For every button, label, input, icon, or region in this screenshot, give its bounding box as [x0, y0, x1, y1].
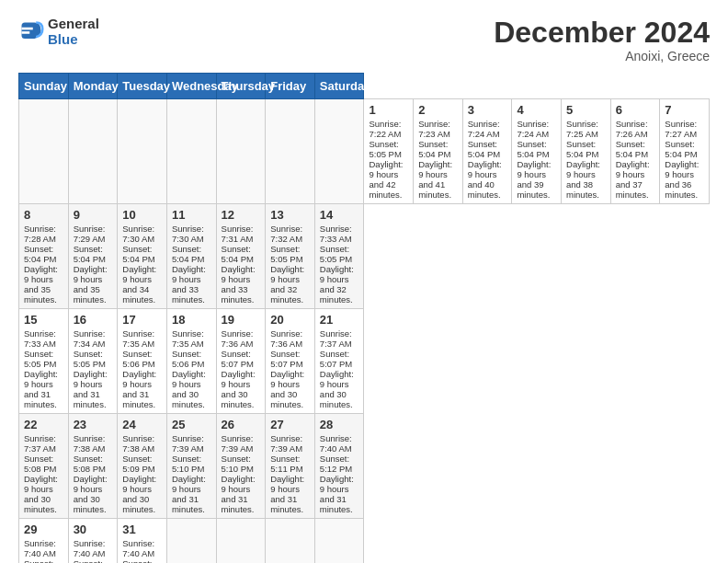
daylight-text: Daylight: 9 hours and 31 minutes. — [24, 369, 58, 409]
daylight-text: Daylight: 9 hours and 31 minutes. — [172, 474, 206, 514]
sunrise-text: Sunrise: 7:36 AM — [270, 328, 302, 349]
day-cell — [19, 99, 69, 204]
daylight-text: Daylight: 9 hours and 39 minutes. — [517, 159, 551, 200]
sunrise-text: Sunrise: 7:24 AM — [517, 119, 549, 139]
day-number: 16 — [74, 313, 113, 327]
sunrise-text: Sunrise: 7:23 AM — [418, 119, 450, 139]
day-number: 9 — [74, 208, 113, 222]
day-cell: 20Sunrise: 7:36 AMSunset: 5:07 PMDayligh… — [266, 309, 315, 414]
sunset-text: Sunset: 5:13 PM — [74, 558, 106, 563]
day-cell: 27Sunrise: 7:39 AMSunset: 5:11 PMDayligh… — [266, 414, 315, 519]
week-row: 1Sunrise: 7:22 AMSunset: 5:05 PMDaylight… — [19, 99, 710, 204]
daylight-text: Daylight: 9 hours and 30 minutes. — [270, 369, 304, 409]
day-number: 15 — [24, 313, 63, 327]
sunrise-text: Sunrise: 7:36 AM — [222, 328, 254, 349]
sunrise-text: Sunrise: 7:28 AM — [24, 224, 56, 244]
day-number: 21 — [320, 313, 359, 327]
sunset-text: Sunset: 5:10 PM — [222, 454, 254, 474]
day-number: 4 — [517, 103, 556, 117]
day-cell: 6Sunrise: 7:26 AMSunset: 5:04 PMDaylight… — [610, 99, 660, 204]
col-monday: Monday — [68, 74, 118, 99]
sunset-text: Sunset: 5:05 PM — [24, 349, 56, 369]
week-row: 15Sunrise: 7:33 AMSunset: 5:05 PMDayligh… — [19, 309, 710, 414]
daylight-text: Daylight: 9 hours and 31 minutes. — [74, 369, 108, 409]
day-number: 19 — [222, 313, 261, 327]
daylight-text: Daylight: 9 hours and 35 minutes. — [74, 264, 108, 304]
day-cell: 4Sunrise: 7:24 AMSunset: 5:04 PMDaylight… — [512, 99, 562, 204]
sunrise-text: Sunrise: 7:40 AM — [74, 538, 106, 558]
day-cell — [266, 519, 315, 563]
week-row: 22Sunrise: 7:37 AMSunset: 5:08 PMDayligh… — [19, 414, 710, 519]
col-friday: Friday — [266, 74, 315, 99]
sunset-text: Sunset: 5:04 PM — [222, 244, 254, 264]
day-cell: 5Sunrise: 7:25 AMSunset: 5:04 PMDaylight… — [562, 99, 611, 204]
daylight-text: Daylight: 9 hours and 31 minutes. — [320, 474, 354, 514]
day-number: 24 — [122, 418, 162, 431]
svg-rect-1 — [22, 31, 30, 34]
day-cell: 28Sunrise: 7:40 AMSunset: 5:12 PMDayligh… — [314, 414, 364, 519]
day-cell: 26Sunrise: 7:39 AMSunset: 5:10 PMDayligh… — [216, 414, 266, 519]
sunset-text: Sunset: 5:05 PM — [369, 139, 401, 159]
sunrise-text: Sunrise: 7:38 AM — [74, 433, 106, 454]
logo-icon — [18, 19, 44, 45]
day-cell — [314, 99, 364, 204]
sunset-text: Sunset: 5:14 PM — [122, 558, 154, 563]
sunset-text: Sunset: 5:04 PM — [172, 244, 204, 264]
day-cell: 7Sunrise: 7:27 AMSunset: 5:04 PMDaylight… — [660, 99, 710, 204]
sunset-text: Sunset: 5:04 PM — [616, 139, 648, 159]
day-cell: 1Sunrise: 7:22 AMSunset: 5:05 PMDaylight… — [364, 99, 414, 204]
day-cell — [314, 519, 364, 563]
day-number: 17 — [122, 313, 162, 327]
day-cell: 30Sunrise: 7:40 AMSunset: 5:13 PMDayligh… — [68, 519, 118, 563]
sunrise-text: Sunrise: 7:30 AM — [172, 224, 204, 244]
day-cell: 14Sunrise: 7:33 AMSunset: 5:05 PMDayligh… — [314, 204, 364, 309]
sunrise-text: Sunrise: 7:37 AM — [24, 433, 56, 454]
day-number: 29 — [24, 523, 63, 536]
sunset-text: Sunset: 5:04 PM — [517, 139, 549, 159]
sunrise-text: Sunrise: 7:26 AM — [616, 119, 648, 139]
day-number: 26 — [222, 418, 261, 431]
logo-general-text: General — [48, 17, 99, 32]
daylight-text: Daylight: 9 hours and 34 minutes. — [122, 264, 156, 304]
sunrise-text: Sunrise: 7:32 AM — [270, 224, 302, 244]
daylight-text: Daylight: 9 hours and 35 minutes. — [24, 264, 58, 304]
calendar-table: Sunday Monday Tuesday Wednesday Thursday… — [18, 73, 710, 563]
day-cell — [216, 519, 266, 563]
svg-rect-0 — [22, 27, 33, 29]
logo: General Blue — [18, 17, 99, 47]
daylight-text: Daylight: 9 hours and 31 minutes. — [270, 474, 304, 514]
sunset-text: Sunset: 5:05 PM — [320, 244, 352, 264]
logo-text: General Blue — [48, 17, 99, 47]
daylight-text: Daylight: 9 hours and 32 minutes. — [320, 264, 354, 304]
col-tuesday: Tuesday — [118, 74, 167, 99]
day-cell: 16Sunrise: 7:34 AMSunset: 5:05 PMDayligh… — [68, 309, 118, 414]
day-number: 20 — [270, 313, 310, 327]
calendar-page: General Blue December 2024 Anoixi, Greec… — [0, 0, 728, 563]
day-cell — [166, 99, 216, 204]
sunset-text: Sunset: 5:09 PM — [122, 454, 154, 474]
sunset-text: Sunset: 5:04 PM — [24, 244, 56, 264]
header-row: Sunday Monday Tuesday Wednesday Thursday… — [19, 74, 710, 99]
sunrise-text: Sunrise: 7:33 AM — [320, 224, 352, 244]
col-sunday: Sunday — [19, 74, 69, 99]
week-row: 29Sunrise: 7:40 AMSunset: 5:12 PMDayligh… — [19, 519, 710, 563]
sunrise-text: Sunrise: 7:39 AM — [270, 433, 302, 454]
daylight-text: Daylight: 9 hours and 30 minutes. — [222, 369, 256, 409]
day-number: 28 — [320, 418, 359, 431]
daylight-text: Daylight: 9 hours and 36 minutes. — [665, 159, 699, 200]
daylight-text: Daylight: 9 hours and 41 minutes. — [418, 159, 452, 200]
sunrise-text: Sunrise: 7:40 AM — [122, 538, 154, 558]
day-number: 22 — [24, 418, 63, 431]
day-cell: 24Sunrise: 7:38 AMSunset: 5:09 PMDayligh… — [118, 414, 167, 519]
day-cell: 31Sunrise: 7:40 AMSunset: 5:14 PMDayligh… — [118, 519, 167, 563]
day-number: 2 — [418, 103, 458, 117]
sunset-text: Sunset: 5:05 PM — [74, 349, 106, 369]
day-cell — [216, 99, 266, 204]
day-number: 6 — [616, 103, 655, 117]
sunrise-text: Sunrise: 7:35 AM — [172, 328, 204, 349]
sunrise-text: Sunrise: 7:27 AM — [665, 119, 697, 139]
daylight-text: Daylight: 9 hours and 31 minutes. — [222, 474, 256, 514]
header: General Blue December 2024 Anoixi, Greec… — [18, 17, 710, 63]
sunset-text: Sunset: 5:06 PM — [172, 349, 204, 369]
day-number: 5 — [566, 103, 606, 117]
